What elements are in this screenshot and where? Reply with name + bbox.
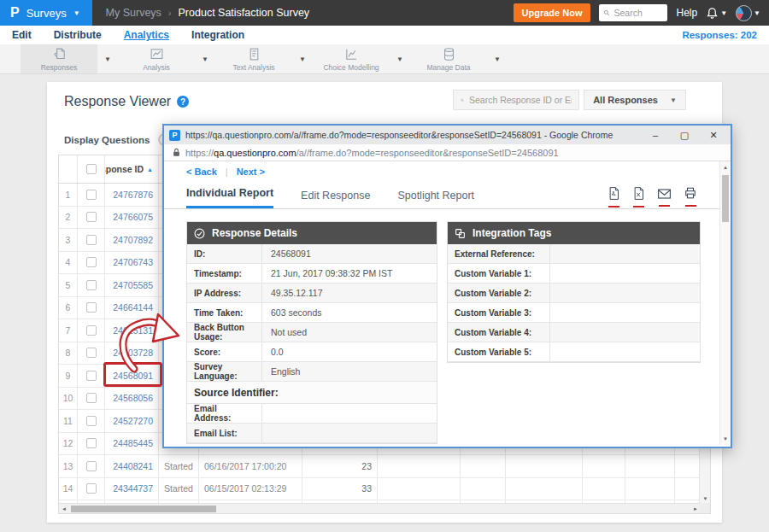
toolbar-item-manage-data[interactable]: Manage Data bbox=[410, 44, 487, 73]
row-checkbox[interactable] bbox=[86, 235, 97, 245]
breadcrumb-current: Product Satisfaction Survey bbox=[179, 7, 310, 19]
response-search-input[interactable] bbox=[469, 95, 572, 105]
help-link[interactable]: Help bbox=[676, 7, 697, 19]
email-icon bbox=[658, 187, 671, 202]
detail-value bbox=[262, 424, 437, 442]
product-menu-label: Surveys bbox=[26, 7, 67, 20]
response-search[interactable] bbox=[453, 90, 579, 110]
close-button[interactable]: ✕ bbox=[701, 130, 725, 141]
response-id-link[interactable]: 24527270 bbox=[113, 416, 153, 426]
row-checkbox-cell bbox=[78, 229, 105, 251]
row-checkbox[interactable] bbox=[86, 461, 97, 471]
row-checkbox[interactable] bbox=[86, 416, 97, 426]
response-filter-dropdown[interactable]: All Responses ▼ bbox=[584, 90, 686, 110]
chevron-down-icon[interactable]: ▼ bbox=[390, 44, 410, 73]
notifications-menu[interactable]: ▼ bbox=[706, 7, 727, 20]
detail-value bbox=[550, 264, 700, 283]
breadcrumb: My Surveys › Product Satisfaction Survey bbox=[92, 0, 310, 26]
row-checkbox[interactable] bbox=[86, 212, 97, 222]
header-index-cell bbox=[59, 155, 78, 183]
response-id-link[interactable]: 24485445 bbox=[113, 438, 153, 448]
row-checkbox[interactable] bbox=[86, 325, 97, 336]
row-checkbox[interactable] bbox=[86, 190, 97, 200]
row-index: 7 bbox=[59, 319, 78, 342]
next-link[interactable]: Next > bbox=[237, 167, 265, 177]
response-id-link[interactable]: 24344737 bbox=[113, 483, 153, 494]
questionpro-favicon-icon: P bbox=[169, 130, 180, 141]
row-checkbox[interactable] bbox=[86, 280, 97, 290]
toolbar-item-label: Responses bbox=[41, 63, 78, 72]
chevron-down-icon[interactable]: ▼ bbox=[97, 44, 118, 73]
pdf-icon bbox=[608, 187, 619, 203]
response-id-link[interactable]: 24766075 bbox=[113, 212, 153, 222]
row-checkbox[interactable] bbox=[86, 393, 97, 403]
lock-icon bbox=[173, 148, 180, 157]
popup-vertical-scrollbar[interactable]: ▲ ▼ bbox=[719, 161, 731, 445]
tab-distribute[interactable]: Distribute bbox=[54, 29, 102, 41]
row-checkbox[interactable] bbox=[86, 438, 97, 448]
account-menu[interactable]: ▼ bbox=[736, 5, 760, 21]
response-details-header: Response Details bbox=[187, 222, 437, 244]
select-all-checkbox[interactable] bbox=[86, 164, 97, 174]
page-title: Response Viewer ? bbox=[64, 94, 189, 109]
print-icon bbox=[684, 187, 696, 202]
response-id-link[interactable]: 24568056 bbox=[113, 393, 153, 403]
chevron-down-icon: ▼ bbox=[720, 9, 727, 17]
popup-scroll-thumb[interactable] bbox=[722, 175, 729, 222]
row-checkbox[interactable] bbox=[86, 302, 97, 313]
chevron-down-icon[interactable]: ▼ bbox=[292, 44, 313, 73]
back-link[interactable]: < Back bbox=[186, 167, 217, 177]
responses-icon bbox=[52, 47, 67, 61]
detail-row: Survey Language:English bbox=[187, 362, 437, 382]
row-status: Started bbox=[159, 478, 199, 500]
breadcrumb-parent[interactable]: My Surveys bbox=[106, 7, 161, 19]
popup-tab-edit-response[interactable]: Edit Response bbox=[301, 190, 370, 208]
integration-tags-header: Integration Tags bbox=[448, 222, 700, 244]
brand-menu[interactable]: P Surveys ▼ bbox=[0, 0, 92, 26]
pdf-export-button[interactable] bbox=[608, 187, 619, 208]
horizontal-scroll-thumb[interactable] bbox=[71, 506, 216, 512]
chevron-down-icon[interactable]: ▼ bbox=[487, 44, 508, 73]
global-search[interactable] bbox=[599, 4, 667, 21]
row-checkbox[interactable] bbox=[86, 348, 97, 358]
row-checkbox-cell bbox=[78, 478, 105, 500]
toolbar-item-text-analysis[interactable]: Text Analysis bbox=[215, 44, 292, 73]
scroll-up-icon[interactable]: ▲ bbox=[720, 162, 731, 172]
toolbar-item-choice-modelling[interactable]: Choice Modelling bbox=[313, 44, 390, 73]
row-checkbox[interactable] bbox=[86, 371, 97, 381]
row-checkbox[interactable] bbox=[86, 483, 97, 494]
empty-cell bbox=[675, 478, 701, 500]
detail-row: Custom Variable 2: bbox=[448, 284, 700, 303]
upgrade-now-button[interactable]: Upgrade Now bbox=[514, 3, 591, 22]
chevron-down-icon[interactable]: ▼ bbox=[195, 44, 215, 73]
maximize-button[interactable]: ▢ bbox=[672, 130, 696, 141]
help-icon[interactable]: ? bbox=[177, 96, 189, 108]
avatar bbox=[736, 5, 752, 21]
popup-tab-spotlight-report[interactable]: Spotlight Report bbox=[397, 190, 474, 208]
tab-analytics[interactable]: Analytics bbox=[124, 29, 169, 41]
response-id-link[interactable]: 24767876 bbox=[113, 190, 153, 200]
popup-tab-individual-report[interactable]: Individual Report bbox=[186, 187, 273, 208]
window-titlebar[interactable]: P https://qa.questionpro.com/a//frame.do… bbox=[164, 126, 731, 144]
header-response-id[interactable]: Response ID▲ bbox=[105, 155, 159, 183]
minimize-button[interactable]: – bbox=[643, 130, 667, 140]
toolbar-item-responses[interactable]: Responses bbox=[21, 44, 97, 73]
row-checkbox-cell bbox=[78, 342, 105, 365]
response-id-link[interactable]: 24408241 bbox=[113, 461, 153, 471]
scroll-left-icon[interactable]: ◄ bbox=[59, 504, 69, 514]
response-id-link[interactable]: 24707892 bbox=[113, 235, 153, 245]
scroll-down-icon[interactable]: ▼ bbox=[720, 434, 731, 444]
tab-integration[interactable]: Integration bbox=[191, 29, 244, 41]
excel-export-button[interactable] bbox=[633, 187, 644, 208]
response-id-link[interactable]: 24706743 bbox=[113, 257, 153, 267]
print-export-button[interactable] bbox=[684, 187, 696, 208]
toolbar-item-analysis[interactable]: Analysis bbox=[118, 44, 195, 73]
survey-subnav: Edit Distribute Analytics Integration Re… bbox=[0, 26, 769, 44]
global-search-input[interactable] bbox=[613, 8, 663, 18]
table-horizontal-scrollbar[interactable]: ◄ ► bbox=[59, 503, 701, 513]
response-id-link[interactable]: 24705585 bbox=[113, 280, 153, 290]
tab-edit[interactable]: Edit bbox=[12, 29, 32, 41]
address-bar[interactable]: https://qa.questionpro.com/a//frame.do?m… bbox=[164, 144, 731, 161]
email-export-button[interactable] bbox=[658, 187, 671, 208]
row-checkbox[interactable] bbox=[86, 257, 97, 267]
